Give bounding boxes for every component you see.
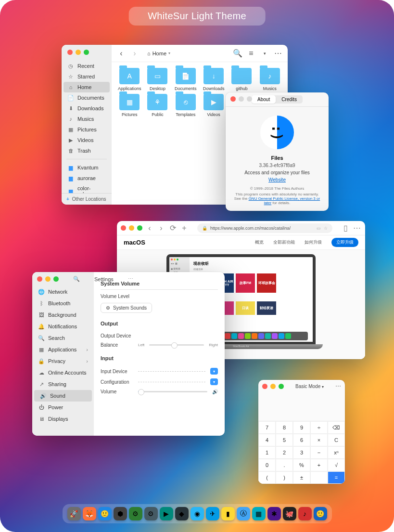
- maximize-button[interactable]: [279, 384, 284, 389]
- volume-slider[interactable]: [138, 391, 207, 392]
- folder-videos[interactable]: ▶Videos: [201, 94, 227, 117]
- balance-slider[interactable]: [149, 344, 204, 346]
- sidebar-bookmark-aurorae[interactable]: ▆aurorae: [62, 173, 112, 183]
- calc-key-xⁿ[interactable]: xⁿ: [328, 446, 345, 459]
- sidebar-item-background[interactable]: 🖼Background: [32, 309, 94, 321]
- sidebar-item-videos[interactable]: ▶Videos: [62, 135, 112, 145]
- configuration-badge[interactable]: ▾: [210, 378, 218, 385]
- minimize-button[interactable]: [45, 276, 51, 282]
- calc-key-%[interactable]: %: [293, 459, 310, 471]
- sidebar-item-search[interactable]: 🔍Search: [32, 332, 94, 344]
- sidebar-item-recent[interactable]: ◷Recent: [62, 61, 112, 71]
- calc-key-9[interactable]: 9: [293, 421, 310, 434]
- minimize-button[interactable]: [129, 225, 134, 231]
- dock-app[interactable]: ✈: [206, 507, 219, 520]
- sidebar-item-notifications[interactable]: 🔔Notifications: [32, 321, 94, 332]
- calc-key-5[interactable]: 5: [276, 434, 293, 446]
- dock-app[interactable]: ⚙: [144, 507, 158, 520]
- calc-key-4[interactable]: 4: [258, 434, 276, 446]
- other-locations[interactable]: + Other Locations: [62, 193, 112, 205]
- calc-key-C[interactable]: C: [328, 434, 345, 446]
- sidebar-button[interactable]: ▯: [341, 224, 350, 233]
- minimize-button[interactable]: [76, 50, 81, 55]
- menu-button[interactable]: ⋯: [353, 224, 361, 233]
- folder-public[interactable]: ⚘Public: [144, 94, 170, 117]
- sidebar-item-starred[interactable]: ☆Starred: [62, 71, 112, 82]
- dock-app[interactable]: ▦: [252, 507, 266, 520]
- calc-key-)[interactable]: ): [276, 471, 293, 484]
- calc-key-√[interactable]: √: [328, 459, 345, 471]
- podcast-tile[interactable]: 财经夜读: [257, 301, 276, 315]
- url-bar[interactable]: 🔒 https://www.apple.com.cn/macos/catalin…: [197, 223, 332, 233]
- maximize-button[interactable]: [84, 50, 89, 55]
- folder-templates[interactable]: ⎋Templates: [173, 94, 199, 117]
- calc-key-×[interactable]: ×: [310, 434, 328, 446]
- folder-musics[interactable]: ♪Musics: [257, 68, 283, 91]
- sidebar-item-documents[interactable]: 📄Documents: [62, 92, 112, 103]
- dock-app[interactable]: 🦊: [83, 507, 96, 520]
- calc-key-1[interactable]: 1: [258, 446, 276, 459]
- sidebar-item-downloads[interactable]: ⬇Downloads: [62, 103, 112, 114]
- calc-key-=[interactable]: =: [328, 471, 345, 484]
- dock-app[interactable]: ⬢: [114, 507, 127, 520]
- sidebar-item-power[interactable]: ⏻Power: [32, 402, 94, 413]
- dock-app[interactable]: ⚙: [129, 507, 142, 520]
- calc-key-+[interactable]: +: [310, 459, 328, 471]
- sidebar-item-applications[interactable]: ▦Applications›: [32, 344, 94, 355]
- sidebar-item-pictures[interactable]: ▦Pictures: [62, 124, 112, 135]
- nav-link-features[interactable]: 全部新功能: [273, 239, 295, 246]
- input-device-badge[interactable]: ▾: [210, 368, 218, 375]
- calc-key-7[interactable]: 7: [258, 421, 276, 434]
- folder-downloads[interactable]: ↓Downloads: [201, 68, 227, 91]
- reader-icon[interactable]: ▭: [317, 226, 321, 231]
- podcast-tile[interactable]: 日谈: [236, 301, 255, 315]
- forward-button[interactable]: ›: [157, 224, 165, 233]
- search-button[interactable]: 🔍: [233, 49, 242, 58]
- breadcrumb[interactable]: ⌂ Home ▾: [143, 50, 174, 57]
- close-button[interactable]: [67, 50, 73, 55]
- calc-key-([interactable]: (: [258, 471, 276, 484]
- sidebar-bookmark-Kvantum[interactable]: ▆Kvantum: [62, 162, 112, 173]
- tab-credits[interactable]: Credits: [276, 95, 303, 104]
- calc-key-8[interactable]: 8: [276, 421, 293, 434]
- folder-github[interactable]: github: [229, 68, 254, 91]
- sidebar-item-network[interactable]: 🌐Network: [32, 286, 94, 298]
- podcast-tile[interactable]: 环球故事会: [257, 273, 276, 293]
- dock-app[interactable]: 🚀: [67, 507, 81, 520]
- sidebar-item-home[interactable]: ⌂Home: [64, 82, 110, 92]
- system-sounds-button[interactable]: ⚙ System Sounds: [101, 303, 152, 313]
- nav-link-overview[interactable]: 概览: [255, 239, 264, 246]
- sidebar-item-displays[interactable]: 🖥Displays: [32, 413, 94, 425]
- sidebar-item-musics[interactable]: ♪Musics: [62, 114, 112, 124]
- dock-app[interactable]: Ⓐ: [237, 507, 250, 520]
- mode-selector[interactable]: Basic Mode ▾: [284, 384, 335, 389]
- calc-key-−[interactable]: −: [310, 446, 328, 459]
- maximize-button[interactable]: [53, 276, 59, 282]
- website-link[interactable]: Website: [233, 177, 321, 182]
- folder-desktop[interactable]: ▭Desktop: [144, 68, 170, 91]
- back-button[interactable]: ‹: [145, 224, 154, 233]
- calc-key-.[interactable]: .: [276, 459, 293, 471]
- calc-key-3[interactable]: 3: [293, 446, 310, 459]
- dock-app[interactable]: 🙂: [314, 507, 327, 520]
- close-button[interactable]: [121, 225, 126, 231]
- reload-button[interactable]: ⟳: [168, 224, 177, 233]
- close-button[interactable]: [37, 276, 42, 282]
- menu-button[interactable]: ⋯: [273, 49, 283, 58]
- calc-key-2[interactable]: 2: [276, 446, 293, 459]
- close-button[interactable]: [262, 384, 267, 389]
- close-button[interactable]: [230, 96, 236, 102]
- dock-app[interactable]: 🐙: [283, 507, 296, 520]
- upgrade-button[interactable]: 立即升级: [331, 238, 358, 247]
- dock-app[interactable]: ▶: [160, 507, 173, 520]
- view-list-button[interactable]: ≡: [246, 49, 256, 58]
- sidebar-bookmark-color-schemes[interactable]: ▆color-schemes: [62, 183, 112, 193]
- calc-key-±[interactable]: ±: [293, 471, 310, 484]
- calc-key-6[interactable]: 6: [293, 434, 310, 446]
- bookmark-icon[interactable]: ☆: [324, 226, 328, 231]
- sidebar-item-online-accounts[interactable]: ☁Online Accounts: [32, 367, 94, 378]
- folder-applications[interactable]: AApplications: [116, 68, 142, 91]
- sidebar-item-trash[interactable]: 🗑Trash: [62, 145, 112, 156]
- sidebar-item-privacy[interactable]: 🔒Privacy›: [32, 355, 94, 367]
- podcast-tile[interactable]: 故事FM: [236, 273, 255, 293]
